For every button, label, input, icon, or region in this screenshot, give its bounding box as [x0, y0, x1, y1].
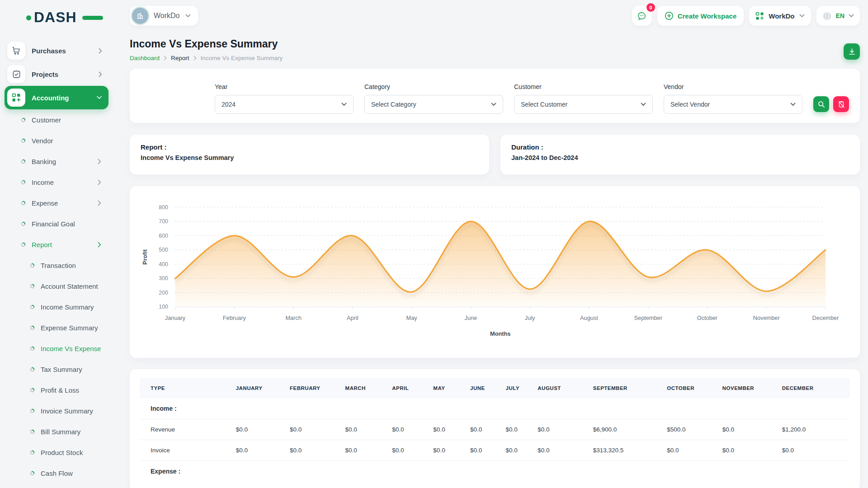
table-header-cell: JULY — [501, 378, 533, 398]
sidebar-item-report[interactable]: Report — [5, 234, 108, 255]
table-cell — [589, 398, 662, 419]
reset-filter-button[interactable] — [833, 96, 849, 112]
table-cell: $0.0 — [341, 419, 388, 440]
bullet-icon — [30, 305, 35, 310]
sidebar-item-product-stock[interactable]: Product Stock — [5, 442, 108, 463]
bullet-icon — [30, 429, 35, 434]
chevron-right-icon — [98, 159, 101, 164]
table-header-cell: AUGUST — [533, 378, 589, 398]
sidebar-item-account-statement[interactable]: Account Statement — [5, 276, 108, 296]
y-axis-title: Profit — [142, 249, 148, 264]
table-cell: $6,900.0 — [589, 419, 662, 440]
sidebar-item-label: Account Statement — [41, 282, 101, 290]
svg-text:October: October — [697, 314, 718, 321]
chevron-down-icon — [341, 103, 347, 106]
sidebar-item-invoice-summary[interactable]: Invoice Summary — [5, 400, 108, 421]
sidebar-item-transaction[interactable]: Transaction — [5, 255, 108, 276]
table-cell: $0.0 — [718, 440, 778, 461]
table-cell — [231, 398, 285, 419]
svg-text:600: 600 — [159, 232, 168, 239]
table-row-invoice: Invoice$0.0$0.0$0.0$0.0$0.0$0.0$0.0$0.0$… — [140, 440, 850, 461]
sidebar-item-tax-summary[interactable]: Tax Summary — [5, 359, 108, 380]
sidebar-item-projects[interactable]: Projects — [5, 62, 108, 86]
page-title: Income Vs Expense Summary — [130, 38, 283, 50]
chevron-right-icon — [98, 179, 101, 185]
create-workspace-button[interactable]: Create Workspace — [657, 6, 744, 26]
globe-icon — [822, 11, 832, 21]
table-cell: $0.0 — [231, 419, 285, 440]
table-cell — [285, 461, 341, 482]
vendor-select[interactable]: Select Vendor — [664, 95, 802, 114]
download-button[interactable] — [844, 43, 860, 60]
sidebar-item-label: Bill Summary — [41, 428, 101, 436]
customer-select[interactable]: Select Customer — [514, 95, 653, 114]
table-cell: $0.0 — [429, 440, 466, 461]
sidebar-item-bill-summary[interactable]: Bill Summary — [5, 421, 108, 442]
table-body: Income :Revenue$0.0$0.0$0.0$0.0$0.0$0.0$… — [140, 398, 850, 482]
table-header-cell: SEPTEMBER — [589, 378, 662, 398]
table-cell — [466, 398, 501, 419]
bullet-icon — [30, 325, 35, 330]
search-button[interactable] — [813, 96, 829, 112]
sidebar-item-vendor[interactable]: Vendor — [5, 130, 108, 151]
app-logo[interactable]: DASH — [26, 8, 97, 27]
table-cell — [662, 461, 718, 482]
sidebar-item-expense-summary[interactable]: Expense Summary — [5, 317, 108, 338]
profit-area-chart[interactable]: 100200300400500600700800JanuaryFebruaryM… — [140, 199, 850, 348]
bullet-icon — [21, 180, 26, 185]
category-value: Select Category — [371, 101, 416, 108]
sidebar-item-label: Transaction — [41, 262, 101, 269]
sidebar-item-cash-flow[interactable]: Cash Flow — [5, 463, 108, 483]
row-label: Revenue — [140, 419, 231, 440]
sidebar-item-income[interactable]: Income — [5, 172, 108, 192]
sidebar-item-expense[interactable]: Expense — [5, 192, 108, 213]
sidebar-item-financial-goal[interactable]: Financial Goal — [5, 213, 108, 234]
language-label: EN — [836, 12, 844, 19]
svg-text:500: 500 — [159, 247, 168, 253]
sidebar-item-label: Banking — [32, 158, 92, 165]
table-header-cell: JUNE — [466, 378, 501, 398]
svg-text:May: May — [406, 314, 418, 321]
table-cell — [501, 461, 533, 482]
breadcrumb-dashboard[interactable]: Dashboard — [130, 55, 160, 61]
bullet-icon — [30, 450, 35, 455]
table-cell — [533, 461, 589, 482]
sidebar-item-label: Accounting — [32, 94, 90, 102]
svg-text:400: 400 — [159, 261, 168, 267]
table-cell: $0.0 — [285, 440, 341, 461]
workspace-selector[interactable]: WorkDo — [130, 6, 198, 26]
table-cell — [429, 398, 466, 419]
table-cell: $0.0 — [501, 419, 533, 440]
workdo-menu-button[interactable]: WorkDo — [749, 6, 811, 26]
report-info-label: Report : — [141, 143, 478, 151]
chat-bubble-icon — [637, 11, 647, 21]
bullet-icon — [21, 159, 26, 164]
table-cell: $0.0 — [231, 440, 285, 461]
bullet-icon — [30, 263, 35, 268]
sidebar-item-income-vs-expense[interactable]: Income Vs Expense — [5, 338, 108, 359]
vendor-value: Select Vendor — [670, 101, 710, 108]
bullet-icon — [21, 201, 26, 206]
breadcrumb-separator-icon — [193, 56, 197, 61]
sidebar-item-income-summary[interactable]: Income Summary — [5, 296, 108, 317]
breadcrumb-separator-icon — [164, 56, 167, 61]
year-label: Year — [215, 83, 354, 90]
year-field: Year 2024 — [215, 83, 354, 114]
sidebar-item-label: Purchases — [32, 47, 92, 55]
sidebar-item-accounting[interactable]: Accounting — [5, 86, 108, 109]
table-cell: $0.0 — [533, 440, 589, 461]
category-select[interactable]: Select Category — [364, 95, 503, 114]
sidebar-item-profit-loss[interactable]: Profit & Loss — [5, 380, 108, 400]
messages-button[interactable]: 0 — [632, 6, 652, 26]
sidebar-item-purchases[interactable]: Purchases — [5, 39, 108, 62]
sidebar-item-customer[interactable]: Customer — [5, 109, 108, 130]
year-select[interactable]: 2024 — [215, 95, 354, 114]
table-cell — [718, 461, 778, 482]
language-selector[interactable]: EN — [816, 6, 860, 26]
breadcrumb-report[interactable]: Report — [171, 55, 189, 61]
sidebar-item-banking[interactable]: Banking — [5, 151, 108, 172]
table-row-expense: Expense : — [140, 461, 850, 482]
table-cell: $0.0 — [466, 419, 501, 440]
profit-area-fill — [175, 221, 826, 307]
bullet-icon — [30, 388, 35, 393]
